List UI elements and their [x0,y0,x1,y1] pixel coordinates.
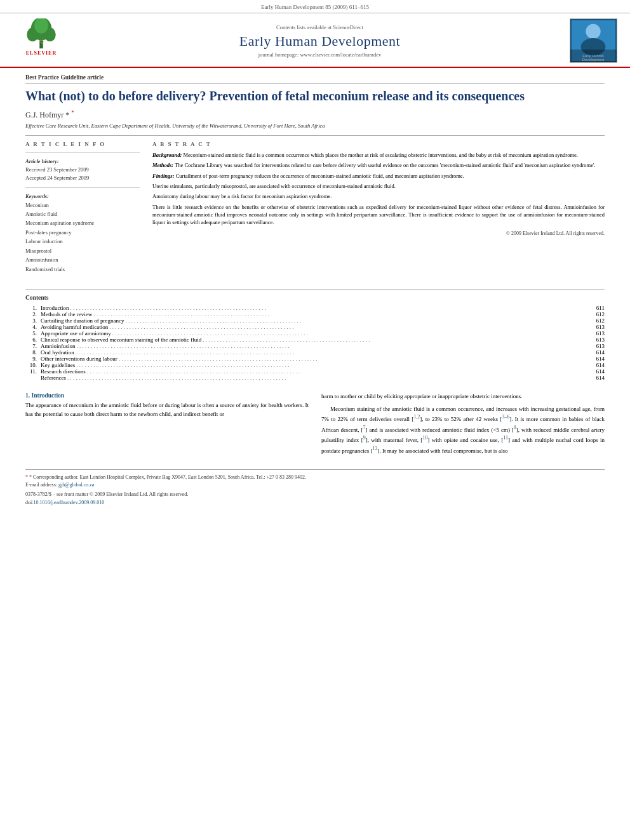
toc-dots-11: . . . . . . . . . . . . . . . . . . . . … [86,368,587,375]
toc-num-2: 2. [25,311,41,317]
toc-label-2: Methods of the review [41,311,92,317]
toc-num-4: 4. [25,324,41,330]
toc-page-11: 614 [587,368,605,375]
footnote-text-content: * Corresponding author. East London Hosp… [29,474,306,480]
abstract-findings2: Uterine stimulants, particularly misopro… [152,182,605,190]
toc-page-8: 614 [587,349,605,356]
toc-item-5: 5. Appropriate use of amniotomy . . . . … [25,330,605,337]
section1-right-para1: harm to mother or child by eliciting app… [321,392,605,401]
toc-page-5: 613 [587,330,605,337]
abstract-background-label: Background: [152,152,182,158]
abstract-background-text: Meconium-stained amniotic fluid is a com… [183,152,578,158]
keyword-7: Amnioinfusion [25,255,140,264]
toc-label-10: Key guidelines [41,362,75,368]
toc-num-5: 5. [25,330,41,337]
toc-label-1: Introduction [41,305,69,311]
journal-header-ref: Early Human Development 85 (2009) 611–61… [0,0,630,13]
toc-item-10: 10. Key guidelines . . . . . . . . . . .… [25,362,605,368]
toc-page-6: 613 [587,337,605,343]
toc-label-4: Avoiding harmful medication [41,324,108,330]
ref-6: 10 [422,435,427,441]
ref-8: 12 [372,446,377,451]
toc-num-7: 7. [25,343,41,349]
toc-num-8: 8. [25,349,41,356]
article-history: Article history: Received 23 September 2… [25,152,140,188]
keywords-list: Meconium Amniotic fluid Meconium aspirat… [25,201,140,274]
section1-para1: The appearance of meconium in the amniot… [25,401,309,418]
section1-body-right: harm to mother or child by eliciting app… [321,392,605,455]
toc-dots-10: . . . . . . . . . . . . . . . . . . . . … [75,362,587,368]
abstract-findings3: Amniotomy during labour may be a risk fa… [152,192,605,200]
copyright-footer: 0378-3782/$ – see front matter © 2009 El… [25,491,605,497]
doi-label: doi: [25,500,33,505]
toc-item-ref: References . . . . . . . . . . . . . . .… [25,375,605,381]
abstract-copyright: © 2009 Elsevier Ireland Ltd. All rights … [152,230,605,236]
toc-item-2: 2. Methods of the review . . . . . . . .… [25,311,605,317]
ref-3: 7 [363,425,366,430]
abstract-findings-text: Curtailment of post-term pregnancy reduc… [176,173,464,179]
abstract-methods-label: Methods: [152,162,173,168]
journal-title-center: Contents lists available at ScienceDirec… [70,24,570,58]
abstract-methods-text: The Cochrane Library was searched for in… [175,162,596,168]
toc-item-1: 1. Introduction . . . . . . . . . . . . … [25,305,605,311]
toc-dots-ref: . . . . . . . . . . . . . . . . . . . . … [66,375,587,381]
keyword-5: Labour induction [25,237,140,246]
toc-num-1: 1. [25,305,41,311]
toc-dots-6: . . . . . . . . . . . . . . . . . . . . … [201,337,587,343]
keywords-label: Keywords: [25,193,140,199]
toc-num-6: 6. [25,337,41,343]
contents-availability-line: Contents lists available at ScienceDirec… [70,24,570,30]
ref-1: 1,2 [413,414,420,420]
toc-item-4: 4. Avoiding harmful medication . . . . .… [25,324,605,330]
toc-page-1: 611 [587,305,605,311]
toc-page-ref: 614 [587,375,605,381]
article-info-column: A R T I C L E I N F O Article history: R… [25,141,140,279]
footnote-email: E-mail address: gjh@global.co.za [25,481,605,489]
article-info-header: A R T I C L E I N F O [25,141,140,147]
article-received: Received 23 September 2009 [25,166,140,174]
contents-title: Contents [25,295,605,301]
toc-list: 1. Introduction . . . . . . . . . . . . … [25,305,605,381]
abstract-findings4: There is little research evidence on the… [152,203,605,227]
article-authors: G.J. Hofmyr * * [25,109,605,120]
keyword-4: Post-dates pregnancy [25,228,140,237]
elsevier-text: ELSEVIER [26,50,57,56]
article-content: Best Practice Guideline article What (no… [0,68,630,518]
abstract-background: Background: Meconium-stained amniotic fl… [152,151,605,159]
ref-7: 11 [503,435,508,441]
footnote-star: * [25,474,28,480]
contents-section: Contents 1. Introduction . . . . . . . .… [25,289,605,381]
article-history-label: Article history: [25,158,140,164]
toc-dots-8: . . . . . . . . . . . . . . . . . . . . … [74,349,587,356]
toc-item-6: 6. Clinical response to observed meconiu… [25,337,605,343]
toc-label-3: Curtailing the duration of pregnancy [41,317,124,324]
email-label: E-mail address: [25,482,57,488]
article-footer: * * Corresponding author. East London Ho… [25,469,605,505]
abstract-methods: Methods: The Cochrane Library was search… [152,161,605,169]
toc-page-10: 614 [587,362,605,368]
article-title: What (not) to do before delivery? Preven… [25,88,605,104]
toc-label-ref: References [41,375,66,381]
svg-text:🌿: 🌿 [40,41,44,45]
toc-item-8: 8. Oral hydration . . . . . . . . . . . … [25,349,605,356]
section1-right-para2: Meconium staining of the amniotic fluid … [321,405,605,456]
toc-dots-9: . . . . . . . . . . . . . . . . . . . . … [117,356,587,362]
article-affiliation: Effective Care Research Unit, Eastern Ca… [25,123,605,129]
toc-item-11: 11. Research directions . . . . . . . . … [25,368,605,375]
toc-label-6: Clinical response to observed meconium s… [41,337,201,343]
toc-label-11: Research directions [41,368,86,375]
toc-num-10: 10. [25,362,41,368]
body-two-columns: 1. Introduction The appearance of meconi… [25,392,605,459]
section1-body-left: The appearance of meconium in the amniot… [25,401,309,418]
info-abstract-columns: A R T I C L E I N F O Article history: R… [25,135,605,279]
keyword-1: Meconium [25,201,140,210]
body-left-column: 1. Introduction The appearance of meconi… [25,392,309,459]
svg-text:Development: Development [582,58,605,62]
journal-ref-text: Early Human Development 85 (2009) 611–61… [261,4,369,10]
journal-banner: 🌿 ELSEVIER Contents lists available at S… [0,13,630,68]
abstract-text: Background: Meconium-stained amniotic fl… [152,151,605,227]
toc-page-2: 612 [587,311,605,317]
ref-5: 9 [363,435,366,441]
footnote: * * Corresponding author. East London Ho… [25,474,605,481]
toc-dots-4: . . . . . . . . . . . . . . . . . . . . … [108,324,587,330]
